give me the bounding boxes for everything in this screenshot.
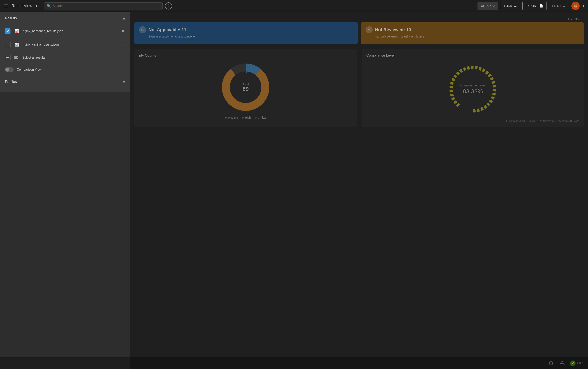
print-label: PRINT bbox=[552, 4, 561, 8]
compliance-formula: [Passed/(Passed + Failed + Not Reviewed … bbox=[366, 119, 579, 122]
toggle-knob bbox=[5, 68, 9, 72]
bottom-bar: V 2.8.8 bbox=[0, 357, 588, 369]
result2-close-icon[interactable]: ✕ bbox=[121, 41, 126, 48]
main-area: Results ∧ ✓ 📊 nginx_hardened_results.jso… bbox=[0, 12, 588, 369]
profiles-section-header[interactable]: Profiles ∨ bbox=[0, 75, 130, 88]
print-button[interactable]: PRINT 🖨 bbox=[549, 2, 569, 10]
list-icon bbox=[14, 56, 18, 59]
load-button[interactable]: LOAD ☁ bbox=[501, 2, 520, 10]
heimdall-icon[interactable] bbox=[559, 360, 565, 366]
file-info-bar: File Info ↓ bbox=[134, 16, 584, 22]
search-bar[interactable]: 🔍 bbox=[44, 2, 163, 10]
profiles-section-title: Profiles bbox=[5, 80, 17, 84]
select-all-label: Select all results bbox=[22, 56, 45, 60]
compliance-level-label: Compliance Level bbox=[460, 84, 485, 87]
severity-chart-title: rity Counts bbox=[139, 53, 352, 58]
donut-container: 11 Total 89 bbox=[139, 61, 352, 113]
version-label: 2.8.8 bbox=[577, 361, 583, 365]
result2-checkbox[interactable] bbox=[5, 42, 10, 47]
help-button[interactable]: ? bbox=[165, 2, 172, 10]
file-info-label[interactable]: File Info ↓ bbox=[568, 17, 581, 21]
menu-icon[interactable] bbox=[3, 4, 9, 8]
print-icon: 🖨 bbox=[563, 4, 566, 8]
not-applicable-card: ⊖ Not Applicable: 11 System exception or… bbox=[134, 22, 358, 44]
topbar: Result View (n... 🔍 ? CLEAR ⚗ LOAD ☁ EXP… bbox=[0, 0, 588, 12]
compliance-chart-title: Compliance Level bbox=[366, 53, 579, 58]
donut-total-label: Total bbox=[242, 82, 249, 86]
chart-legend: Medium High Critical bbox=[139, 116, 352, 119]
indeterminate-icon bbox=[6, 57, 9, 58]
load-icon: ☁ bbox=[514, 4, 517, 8]
github-icon[interactable] bbox=[548, 360, 554, 366]
not-reviewed-icon: ⚠ bbox=[366, 26, 373, 33]
result1-checkbox[interactable]: ✓ bbox=[5, 29, 10, 34]
result1-filename: nginx_hardened_results.json bbox=[23, 30, 116, 33]
donut-segment-label: 11 bbox=[244, 71, 247, 74]
comparison-toggle[interactable] bbox=[5, 67, 14, 72]
result2-bar-icon: 📊 bbox=[14, 42, 19, 47]
comparison-row: Comparison View bbox=[0, 64, 130, 75]
results-chevron-icon: ∧ bbox=[123, 16, 126, 20]
donut-center: 11 Total 89 bbox=[242, 82, 249, 92]
avatar-button[interactable]: 🦊 bbox=[571, 2, 580, 10]
not-reviewed-subtitle: Can only be tested manually at this time bbox=[366, 35, 579, 38]
select-all-item[interactable]: Select all results bbox=[0, 51, 130, 64]
result-item-1[interactable]: ✓ 📊 nginx_hardened_results.json ✕ bbox=[0, 24, 130, 38]
select-all-checkbox[interactable] bbox=[5, 55, 10, 60]
gauge-container: Compliance Level 83.33% bbox=[366, 61, 579, 117]
profiles-chevron-icon: ∨ bbox=[123, 79, 126, 84]
export-label: EXPORT bbox=[526, 4, 538, 8]
checkmark-icon: ✓ bbox=[7, 30, 9, 33]
result2-filename: nginx_vanilla_results.json bbox=[23, 43, 116, 46]
legend-medium-dot bbox=[225, 117, 227, 119]
legend-critical-dot bbox=[255, 117, 257, 119]
not-applicable-title: Not Applicable: 11 bbox=[148, 27, 186, 32]
search-icon: 🔍 bbox=[47, 4, 51, 8]
load-label: LOAD bbox=[504, 4, 512, 8]
filter-icon: ⚗ bbox=[492, 4, 495, 8]
compliance-chart-box: Compliance Level Compliance Level bbox=[362, 49, 584, 127]
legend-medium: Medium bbox=[225, 116, 238, 119]
comparison-label: Comparison View bbox=[17, 68, 42, 71]
result-item-2[interactable]: 📊 nginx_vanilla_results.json ✕ bbox=[0, 38, 130, 51]
charts-row: rity Counts 11 Total 89 bbox=[134, 49, 584, 127]
status-cards: ⊖ Not Applicable: 11 System exception or… bbox=[134, 22, 584, 44]
clear-label: CLEAR bbox=[481, 4, 491, 8]
card-header-nr: ⚠ Not Reviewed: 10 bbox=[366, 26, 579, 33]
result1-bar-icon: 📊 bbox=[14, 29, 19, 33]
dropdown-panel: Results ∧ ✓ 📊 nginx_hardened_results.jso… bbox=[0, 12, 130, 92]
legend-high-dot bbox=[242, 117, 244, 119]
compliance-pct: 83.33% bbox=[460, 88, 485, 95]
legend-critical: Critical bbox=[255, 116, 266, 119]
dashboard-content: File Info ↓ ⊖ Not Applicable: 11 System … bbox=[130, 12, 588, 369]
results-section-header[interactable]: Results ∧ bbox=[0, 12, 130, 24]
export-icon: 📄 bbox=[539, 4, 543, 8]
not-applicable-subtitle: System exception or absent component bbox=[139, 35, 353, 38]
legend-medium-label: Medium bbox=[228, 116, 238, 119]
version-badge: V 2.8.8 bbox=[570, 360, 583, 366]
not-reviewed-card: ⚠ Not Reviewed: 10 Can only be tested ma… bbox=[361, 22, 584, 44]
severity-chart-box: rity Counts 11 Total 89 bbox=[134, 49, 357, 127]
app-title: Result View (n... bbox=[11, 4, 40, 8]
version-icon: V bbox=[570, 360, 576, 366]
legend-high: High bbox=[242, 116, 251, 119]
result1-close-icon[interactable]: ✕ bbox=[121, 28, 126, 34]
not-reviewed-title: Not Reviewed: 10 bbox=[375, 27, 411, 32]
legend-critical-label: Critical bbox=[258, 116, 266, 119]
search-input[interactable] bbox=[52, 4, 160, 8]
export-button[interactable]: EXPORT 📄 bbox=[522, 2, 546, 10]
clear-button[interactable]: CLEAR ⚗ bbox=[478, 2, 498, 10]
not-applicable-icon: ⊖ bbox=[139, 26, 146, 33]
svg-point-6 bbox=[561, 363, 563, 364]
avatar-icon: 🦊 bbox=[573, 4, 578, 8]
results-section-title: Results bbox=[5, 16, 17, 20]
avatar-chevron-icon[interactable]: ▼ bbox=[582, 4, 585, 8]
card-header-na: ⊖ Not Applicable: 11 bbox=[139, 26, 353, 33]
gauge-center: Compliance Level 83.33% bbox=[460, 84, 485, 95]
legend-high-label: High bbox=[245, 116, 251, 119]
donut-total-value: 89 bbox=[242, 86, 249, 92]
